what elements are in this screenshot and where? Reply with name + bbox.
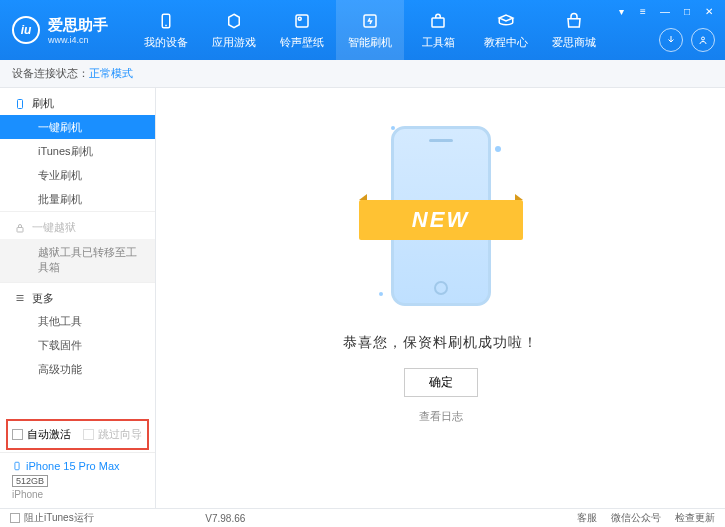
window-controls: ▾ ≡ — □ ✕ xyxy=(611,4,719,18)
nav-tutorials[interactable]: 教程中心 xyxy=(472,0,540,60)
footer-link-wechat[interactable]: 微信公众号 xyxy=(611,511,661,525)
success-message: 恭喜您，保资料刷机成功啦！ xyxy=(343,334,538,352)
top-nav: 我的设备 应用游戏 铃声壁纸 智能刷机 工具箱 教程中心 爱思商城 xyxy=(132,0,608,60)
app-url: www.i4.cn xyxy=(48,35,108,45)
store-icon xyxy=(564,11,584,31)
sidebar-item-download-firmware[interactable]: 下载固件 xyxy=(0,334,155,358)
activation-options: 自动激活 跳过向导 xyxy=(6,419,149,450)
checkbox-icon xyxy=(10,513,20,523)
maximize-button[interactable]: □ xyxy=(677,4,697,18)
app-logo: iu 爱思助手 www.i4.cn xyxy=(12,16,108,45)
sidebar-jailbreak-moved[interactable]: 越狱工具已转移至工具箱 xyxy=(0,239,155,282)
device-phone-icon xyxy=(12,459,22,473)
checkbox-skip-setup[interactable]: 跳过向导 xyxy=(83,427,142,442)
nav-apps-games[interactable]: 应用游戏 xyxy=(200,0,268,60)
sidebar-item-advanced[interactable]: 高级功能 xyxy=(0,358,155,382)
status-bar: 设备连接状态： 正常模式 xyxy=(0,60,725,88)
nav-smart-flash[interactable]: 智能刷机 xyxy=(336,0,404,60)
device-block[interactable]: iPhone 15 Pro Max 512GB iPhone xyxy=(0,452,155,508)
sidebar-item-oneclick-flash[interactable]: 一键刷机 xyxy=(0,115,155,139)
header-actions xyxy=(659,28,715,52)
tutorial-icon xyxy=(496,11,516,31)
sidebar-section-jailbreak: 一键越狱 xyxy=(0,211,155,239)
lock-icon xyxy=(14,222,26,234)
device-type: iPhone xyxy=(12,489,145,500)
close-button[interactable]: ✕ xyxy=(699,4,719,18)
app-icon xyxy=(224,11,244,31)
download-button[interactable] xyxy=(659,28,683,52)
footer-link-support[interactable]: 客服 xyxy=(577,511,597,525)
titlebar: iu 爱思助手 www.i4.cn 我的设备 应用游戏 铃声壁纸 智能刷机 工具… xyxy=(0,0,725,60)
list-icon xyxy=(14,292,26,304)
sidebar-item-other-tools[interactable]: 其他工具 xyxy=(0,310,155,334)
svg-rect-12 xyxy=(15,462,19,470)
user-button[interactable] xyxy=(691,28,715,52)
success-illustration: NEW xyxy=(371,116,511,316)
nav-ringtones-wallpapers[interactable]: 铃声壁纸 xyxy=(268,0,336,60)
logo-icon: iu xyxy=(12,16,40,44)
checkbox-auto-activate[interactable]: 自动激活 xyxy=(12,427,71,442)
svg-rect-8 xyxy=(17,227,23,232)
phone-icon xyxy=(156,11,176,31)
sidebar-item-batch-flash[interactable]: 批量刷机 xyxy=(0,187,155,211)
nav-store[interactable]: 爱思商城 xyxy=(540,0,608,60)
checkbox-icon xyxy=(83,429,94,440)
flash-icon xyxy=(360,11,380,31)
sidebar-item-pro-flash[interactable]: 专业刷机 xyxy=(0,163,155,187)
status-mode: 正常模式 xyxy=(89,66,133,81)
sidebar-section-flash[interactable]: 刷机 xyxy=(0,88,155,115)
view-log-link[interactable]: 查看日志 xyxy=(419,409,463,424)
svg-rect-7 xyxy=(18,99,23,108)
checkbox-block-itunes[interactable]: 阻止iTunes运行 xyxy=(10,511,94,525)
svg-rect-2 xyxy=(296,15,308,27)
phone-small-icon xyxy=(14,98,26,110)
footer-link-update[interactable]: 检查更新 xyxy=(675,511,715,525)
menu-button[interactable]: ≡ xyxy=(633,4,653,18)
svg-rect-5 xyxy=(432,18,444,27)
svg-point-3 xyxy=(298,17,301,20)
sidebar-item-itunes-flash[interactable]: iTunes刷机 xyxy=(0,139,155,163)
device-capacity: 512GB xyxy=(12,475,48,487)
toolbox-icon xyxy=(428,11,448,31)
main-panel: NEW 恭喜您，保资料刷机成功啦！ 确定 查看日志 xyxy=(156,88,725,508)
skin-button[interactable]: ▾ xyxy=(611,4,631,18)
sidebar: 刷机 一键刷机 iTunes刷机 专业刷机 批量刷机 一键越狱 越狱工具已转移至… xyxy=(0,88,156,508)
device-name: iPhone 15 Pro Max xyxy=(26,460,120,472)
ok-button[interactable]: 确定 xyxy=(404,368,478,397)
app-title: 爱思助手 xyxy=(48,16,108,35)
sidebar-section-more[interactable]: 更多 xyxy=(0,282,155,310)
svg-point-6 xyxy=(702,37,705,40)
footer: 阻止iTunes运行 V7.98.66 客服 微信公众号 检查更新 xyxy=(0,508,725,527)
new-ribbon: NEW xyxy=(359,200,523,240)
nav-my-device[interactable]: 我的设备 xyxy=(132,0,200,60)
nav-toolbox[interactable]: 工具箱 xyxy=(404,0,472,60)
version-label: V7.98.66 xyxy=(205,513,245,524)
status-label: 设备连接状态： xyxy=(12,66,89,81)
checkbox-icon xyxy=(12,429,23,440)
image-icon xyxy=(292,11,312,31)
minimize-button[interactable]: — xyxy=(655,4,675,18)
